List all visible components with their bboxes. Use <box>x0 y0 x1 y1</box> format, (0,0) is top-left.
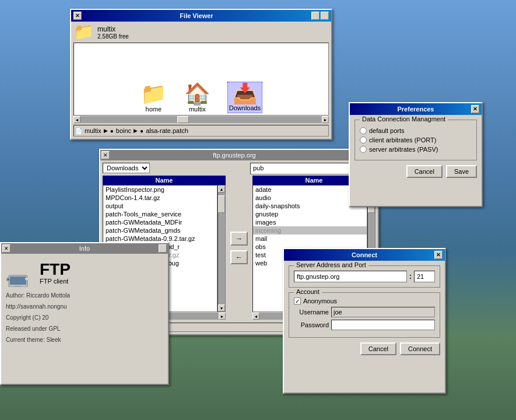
password-row: Password <box>294 320 435 330</box>
connect-window: Connect ✕ Server Address and Port : Acco… <box>283 248 446 394</box>
local-location-select[interactable]: Downloads <box>103 163 150 173</box>
info-theme: Current theme: Sleek <box>6 337 163 343</box>
svg-rect-2 <box>15 286 22 287</box>
username-label: Username <box>294 309 329 316</box>
multix-folder-label: multix <box>189 106 206 113</box>
path-arrow-1: ▶ <box>104 128 108 134</box>
file-viewer-window: ✕ File Viewer _ □ 📁 multix 2.58GB free 📁… <box>70 9 332 140</box>
server-address-input[interactable] <box>294 271 407 282</box>
vscrollbar-up-button[interactable]: ▲ <box>218 186 225 192</box>
list-item[interactable]: MPDCon-1.4.tar.gz <box>103 194 217 202</box>
hscrollbar-right-button[interactable]: ► <box>219 313 226 320</box>
folder-name: multix <box>97 25 129 33</box>
radio-label-server: server arbitrates (PASV) <box>369 146 438 153</box>
home-folder-label: home <box>146 106 162 113</box>
info-minimize-button[interactable]: _ <box>159 244 167 253</box>
list-item[interactable]: PlaylistInspector.png <box>103 186 217 194</box>
app-title-group: FTP FTP client <box>40 261 71 285</box>
svg-point-5 <box>8 279 9 281</box>
local-panel-header: Name <box>103 176 226 185</box>
folder-icons-area: 📁 home 🏠 multix 📥 Downloads <box>73 43 329 116</box>
file-viewer-body: 📁 multix 2.58GB free 📁 home 🏠 multix 📥 D… <box>71 22 331 139</box>
list-item[interactable]: incoming <box>253 226 367 235</box>
radio-server-arbitrates[interactable] <box>360 146 367 153</box>
list-item[interactable]: patch-GWMetadata-0.9.2.tar.gz <box>103 235 217 243</box>
username-row: Username <box>294 307 435 317</box>
multix-folder-icon: 🏠 <box>184 83 210 104</box>
transfer-left-button[interactable]: ← <box>230 250 248 264</box>
file-viewer-minimize-button[interactable]: _ <box>311 12 320 20</box>
anonymous-checkbox[interactable]: ✓ <box>294 298 301 304</box>
path-segment-1[interactable]: multix <box>85 127 101 134</box>
folder-item-multix[interactable]: 🏠 multix <box>184 83 210 113</box>
app-name: FTP <box>40 261 71 278</box>
radio-row-default: default ports <box>360 127 472 134</box>
current-folder-icon: 📁 <box>73 24 94 40</box>
current-folder-bar: 📁 multix 2.58GB free <box>73 24 329 40</box>
path-segment-2[interactable]: boinc <box>116 127 131 134</box>
hscrollbar-left-button[interactable]: ◄ <box>73 116 80 123</box>
radio-label-default-ports: default ports <box>369 127 405 134</box>
list-item[interactable]: gnustep <box>253 210 367 218</box>
prefs-titlebar: Preferences ✕ <box>350 103 482 115</box>
connect-connect-button[interactable]: Connect <box>400 342 440 355</box>
path-icon-1: 📄 <box>75 128 82 134</box>
info-url: http://savannah.nongnu <box>6 303 163 310</box>
folder-item-home[interactable]: 📁 home <box>141 83 167 113</box>
info-close-button[interactable]: ✕ <box>2 244 10 253</box>
app-subtitle: FTP client <box>40 278 71 285</box>
prefs-body: Data Connection Managment default ports … <box>350 115 482 183</box>
hscrollbar-left-button[interactable]: ◄ <box>252 313 259 320</box>
list-item[interactable]: patch-GWMetadata_gmds <box>103 226 217 235</box>
username-input[interactable] <box>331 307 435 317</box>
home-folder-icon: 📁 <box>141 83 167 104</box>
file-viewer-maximize-button[interactable]: □ <box>321 12 329 20</box>
prefs-cancel-button[interactable]: Cancel <box>406 165 443 178</box>
vscrollbar-thumb[interactable] <box>218 195 225 213</box>
hscrollbar-thumb[interactable] <box>177 116 189 123</box>
port-input[interactable] <box>414 271 435 282</box>
info-copyright: Copyright (C) 20 <box>6 314 163 321</box>
file-viewer-title: File Viewer <box>180 12 213 19</box>
list-item[interactable]: patch-GWMetadata_MDFir <box>103 218 217 226</box>
prefs-button-row: Cancel Save <box>354 165 477 178</box>
ftp-titlebar: ✕ ftp.gnustep.org _ □ <box>100 150 378 160</box>
local-panel-vscrollbar[interactable]: ▲ ▼ <box>217 185 226 312</box>
transfer-right-button[interactable]: → <box>230 232 248 246</box>
list-item[interactable]: patch-Tools_make_service <box>103 210 217 218</box>
path-segment-3[interactable]: alsa-rate.patch <box>146 127 188 134</box>
folder-info: multix 2.58GB free <box>97 25 129 40</box>
vscrollbar-down-button[interactable]: ▼ <box>218 304 225 312</box>
list-item[interactable]: output <box>103 202 217 210</box>
prefs-save-button[interactable]: Save <box>446 165 477 178</box>
hscrollbar-track[interactable] <box>80 116 322 123</box>
ftp-close-button[interactable]: ✕ <box>101 151 110 159</box>
folder-free-space: 2.58GB free <box>97 33 129 40</box>
vscrollbar-track[interactable] <box>218 192 225 304</box>
list-item[interactable]: mail <box>253 235 367 243</box>
prefs-close-button[interactable]: ✕ <box>471 105 479 113</box>
info-body: FTP FTP client Author: Riccardo Mottola … <box>1 254 168 384</box>
list-item[interactable]: images <box>253 218 367 226</box>
ftp-transfer-buttons: → ← <box>228 176 250 320</box>
anonymous-label: Anonymous <box>303 298 337 304</box>
info-header: FTP FTP client <box>6 258 163 288</box>
connect-titlebar: Connect ✕ <box>284 249 445 261</box>
password-input[interactable] <box>331 320 435 330</box>
radio-default-ports[interactable] <box>360 127 367 134</box>
radio-options: default ports client arbitrates (PORT) s… <box>360 127 472 153</box>
downloads-folder-label: Downloads <box>229 104 261 111</box>
file-viewer-hscrollbar[interactable]: ◄ ► <box>73 116 329 124</box>
radio-client-arbitrates[interactable] <box>360 136 367 144</box>
folder-item-downloads[interactable]: 📥 Downloads <box>228 82 262 113</box>
info-author: Author: Riccardo Mottola <box>6 292 163 299</box>
info-window: ✕ Info _ FTP FT <box>0 242 169 385</box>
connect-close-button[interactable]: ✕ <box>434 251 443 259</box>
file-viewer-close-button[interactable]: ✕ <box>73 12 82 20</box>
hscrollbar-right-button[interactable]: ► <box>322 116 329 123</box>
info-license: Released under GPL <box>6 326 163 332</box>
path-arrow-2: ▶ <box>134 128 138 134</box>
connect-title: Connect <box>352 251 377 258</box>
connect-cancel-button[interactable]: Cancel <box>360 342 396 355</box>
info-title: Info <box>79 245 90 252</box>
